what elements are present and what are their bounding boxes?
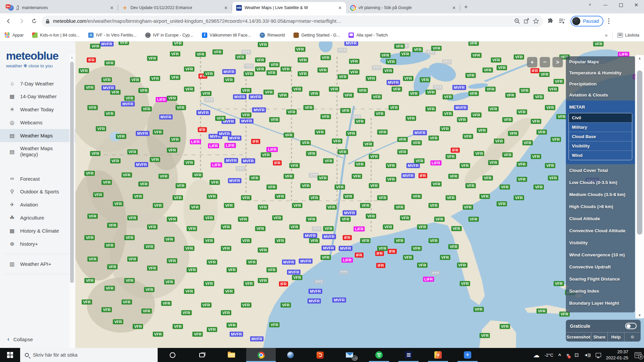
- address-bar[interactable]: meteoblue.com/en/weather/maps/birmingham…: [42, 15, 543, 27]
- minimize-button[interactable]: —: [598, 0, 613, 10]
- taskbar-icon-file-explorer[interactable]: [217, 348, 246, 362]
- metar-option-cloud-base[interactable]: Cloud Base: [569, 132, 632, 141]
- metar-flight-rule-badge[interactable]: VFR: [534, 94, 544, 99]
- metar-flight-rule-badge[interactable]: MVFR: [241, 158, 255, 163]
- metar-flight-rule-badge[interactable]: VFR: [269, 322, 280, 327]
- metar-flight-rule-badge[interactable]: VFR: [394, 238, 405, 243]
- metar-flight-rule-badge[interactable]: VFR: [349, 59, 359, 64]
- metar-flight-rule-badge[interactable]: VFR: [497, 201, 507, 206]
- panel-scrollbar[interactable]: ▲ ▼: [635, 55, 644, 318]
- metar-flight-rule-badge[interactable]: VFR: [448, 244, 459, 249]
- new-tab-button[interactable]: +: [460, 2, 472, 13]
- close-button[interactable]: ✕: [629, 0, 644, 10]
- metar-flight-rule-badge[interactable]: VFR: [292, 86, 303, 92]
- metar-flight-rule-badge[interactable]: VFR: [357, 88, 368, 93]
- bookmark-2[interactable]: Kids-n-fun | 84 colo...: [32, 33, 79, 38]
- metar-flight-rule-badge[interactable]: VFR: [409, 91, 419, 96]
- metar-flight-rule-badge[interactable]: VFR: [167, 96, 177, 101]
- metar-flight-rule-badge[interactable]: VFR: [187, 267, 197, 272]
- scroll-down-icon[interactable]: ▼: [635, 312, 644, 318]
- metar-flight-rule-badge[interactable]: VFR: [417, 263, 427, 268]
- metar-flight-rule-badge[interactable]: VFR: [460, 163, 470, 168]
- metar-flight-rule-badge[interactable]: VFR: [434, 217, 444, 222]
- metar-flight-rule-badge[interactable]: VFR: [266, 185, 277, 190]
- metar-flight-rule-badge[interactable]: VFR: [87, 214, 98, 219]
- metar-flight-rule-badge[interactable]: VFR: [85, 85, 95, 90]
- bookmark-4[interactable]: IVF in Europe - Cyp...: [145, 33, 193, 38]
- metar-flight-rule-badge[interactable]: VFR: [127, 149, 138, 155]
- metar-flight-rule-badge[interactable]: MVFR: [229, 331, 243, 337]
- metar-flight-rule-badge[interactable]: VFR: [460, 281, 470, 286]
- metar-flight-rule-badge[interactable]: MVFR: [287, 270, 301, 275]
- tab-close-icon[interactable]: ✕: [109, 5, 115, 10]
- scrollbar-thumb[interactable]: [637, 70, 642, 235]
- panel-item-convective-updraft[interactable]: Convective Updraft: [566, 261, 635, 273]
- metar-flight-rule-badge[interactable]: VFR: [403, 255, 413, 260]
- metar-flight-rule-badge[interactable]: VFR: [164, 237, 174, 242]
- playlist-extension-icon[interactable]: [558, 18, 566, 24]
- metar-flight-rule-badge[interactable]: LIFR: [341, 257, 353, 262]
- browser-tab-1[interactable]: 64maintenances✕: [4, 2, 118, 13]
- metar-flight-rule-badge[interactable]: VFR: [403, 76, 413, 81]
- metar-flight-rule-badge[interactable]: VFR: [377, 246, 388, 251]
- metar-flight-rule-badge[interactable]: VFR: [468, 91, 479, 96]
- metar-flight-rule-badge[interactable]: VFR: [269, 117, 280, 122]
- meet-now-icon[interactable]: ⊡: [575, 352, 579, 358]
- metar-flight-rule-badge[interactable]: VFR: [204, 238, 214, 243]
- metar-flight-rule-badge[interactable]: VFR: [221, 310, 231, 315]
- metar-flight-rule-badge[interactable]: VFR: [207, 260, 217, 265]
- metar-flight-rule-badge[interactable]: MVFR: [322, 246, 335, 251]
- metar-flight-rule-badge[interactable]: VFR: [244, 281, 254, 286]
- metar-flight-rule-badge[interactable]: VFR: [412, 140, 422, 145]
- sidebar-item-outdoor-sports[interactable]: ⚲Outdoor & Sports: [0, 185, 75, 198]
- metar-flight-rule-badge[interactable]: VFR: [170, 137, 180, 142]
- metar-flight-rule-badge[interactable]: VFR: [104, 243, 115, 248]
- panel-footer-help[interactable]: Help: [607, 333, 624, 342]
- metar-flight-rule-badge[interactable]: VFR: [323, 159, 334, 164]
- metar-flight-rule-badge[interactable]: VFR: [193, 331, 203, 337]
- metar-flight-rule-badge[interactable]: VFR: [107, 223, 118, 228]
- metar-flight-rule-badge[interactable]: MVFR: [401, 173, 415, 178]
- taskbar-icon-task-view[interactable]: [187, 348, 217, 362]
- tray-temperature[interactable]: -2°C: [544, 353, 553, 358]
- metar-flight-rule-badge[interactable]: VFR: [309, 238, 319, 243]
- metar-flight-rule-badge[interactable]: VFR: [485, 86, 496, 92]
- metar-flight-rule-badge[interactable]: VFR: [389, 105, 399, 110]
- metar-flight-rule-badge[interactable]: ???: [337, 48, 347, 53]
- extensions-puzzle-icon[interactable]: [547, 18, 554, 24]
- metar-flight-rule-badge[interactable]: LIFR: [354, 227, 365, 232]
- metar-flight-rule-badge[interactable]: VFR: [158, 174, 169, 179]
- metar-flight-rule-badge[interactable]: VFR: [443, 111, 453, 116]
- metar-flight-rule-badge[interactable]: VFR: [150, 76, 160, 81]
- taskbar-icon-plane-app[interactable]: ✈: [453, 348, 482, 362]
- metar-flight-rule-badge[interactable]: VFR: [309, 91, 319, 96]
- metar-flight-rule-badge[interactable]: VFR: [397, 137, 408, 142]
- metar-flight-rule-badge[interactable]: VFR: [184, 246, 195, 251]
- forward-icon[interactable]: [16, 16, 27, 26]
- metar-flight-rule-badge[interactable]: VFR: [170, 75, 180, 80]
- metar-flight-rule-badge[interactable]: VFR: [258, 42, 268, 47]
- metar-flight-rule-badge[interactable]: IFR: [355, 253, 364, 258]
- metar-flight-rule-badge[interactable]: VFR: [360, 238, 371, 243]
- metar-flight-rule-badge[interactable]: LIFR: [156, 97, 167, 102]
- metar-flight-rule-badge[interactable]: VFR: [181, 310, 192, 315]
- metar-flight-rule-badge[interactable]: MVFR: [282, 260, 296, 265]
- metar-flight-rule-badge[interactable]: VFR: [133, 194, 143, 199]
- sidebar-item-webcams[interactable]: ◎Webcams: [0, 116, 75, 129]
- metar-flight-rule-badge[interactable]: VFR: [413, 47, 423, 52]
- metar-flight-rule-badge[interactable]: VFR: [104, 111, 115, 116]
- metar-flight-rule-badge[interactable]: VFR: [281, 67, 291, 72]
- metar-flight-rule-badge[interactable]: VFR: [463, 204, 473, 209]
- metar-flight-rule-badge[interactable]: MVFR: [135, 162, 148, 167]
- metar-flight-rule-badge[interactable]: VFR: [295, 47, 305, 52]
- metar-flight-rule-badge[interactable]: VFR: [195, 52, 206, 57]
- metar-flight-rule-badge[interactable]: VFR: [255, 67, 265, 72]
- metar-flight-rule-badge[interactable]: VFR: [255, 226, 265, 231]
- metar-flight-rule-badge[interactable]: IFR: [343, 235, 352, 240]
- metar-flight-rule-badge[interactable]: VFR: [258, 247, 268, 252]
- metar-flight-rule-badge[interactable]: VFR: [133, 324, 143, 329]
- metar-flight-rule-badge[interactable]: VFR: [241, 113, 251, 118]
- panel-item-convective-cloud-altitude[interactable]: Convective Cloud Altitude: [566, 225, 635, 237]
- metar-flight-rule-badge[interactable]: VFR: [153, 203, 163, 208]
- metar-flight-rule-badge[interactable]: VFR: [559, 312, 570, 317]
